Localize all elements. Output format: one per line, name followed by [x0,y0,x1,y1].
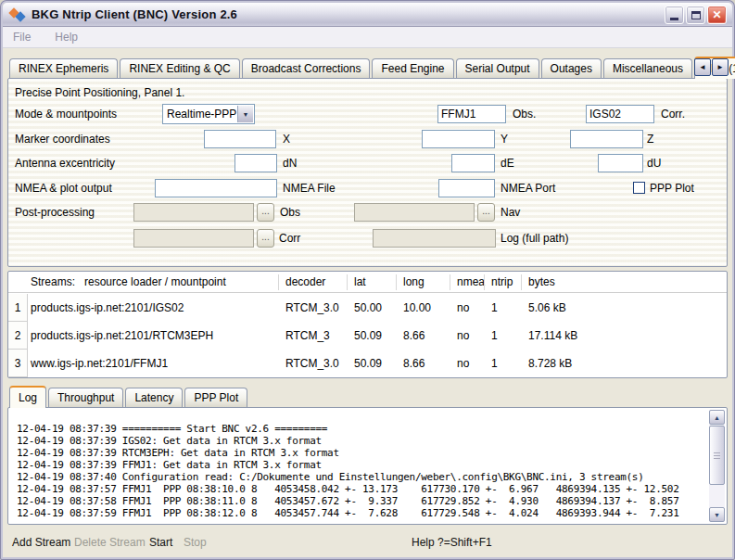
scroll-down-button[interactable]: ▼ [709,507,725,522]
help-button[interactable]: Help ?=Shift+F1 [412,533,492,552]
cell-mountpoint: www.igs-ip.net:2101/FFMJ1 [31,350,168,377]
antenna-excentricity-label: Antenna excentricity [15,154,115,172]
cell-long: 8.66 [403,322,425,350]
antenna-de-input[interactable] [451,154,495,172]
post-log-label: Log (full path) [501,229,568,248]
cell-bytes: 8.728 kB [528,350,572,377]
header-streams-mountpoint: Streams: resource loader / mountpoint [31,272,226,293]
marker-z-label: Z [647,130,653,148]
scroll-down-icon: ▼ [714,512,720,518]
marker-y-input[interactable] [422,130,495,148]
nmea-port-input[interactable] [438,179,495,197]
mode-dropdown-value: Realtime-PPP [167,108,236,121]
cell-ntrip: 1 [491,294,498,322]
table-row[interactable]: 3 www.igs-ip.net:2101/FFMJ1 RTCM_3.0 50.… [8,350,727,377]
table-row[interactable]: 1 products.igs-ip.net:2101/IGS02 RTCM_3.… [8,294,727,322]
menu-help[interactable]: Help [55,31,78,44]
streams-table: Streams: resource loader / mountpoint de… [7,271,728,378]
nmea-file-input[interactable] [155,179,277,197]
marker-x-input[interactable] [204,130,276,148]
cell-long: 10.00 [403,294,431,322]
add-stream-button[interactable]: Add Stream [12,533,70,552]
streams-table-header: Streams: resource loader / mountpoint de… [8,272,727,293]
marker-z-input[interactable] [570,130,643,148]
panel-heading: Precise Point Positioning, Panel 1. [15,83,184,102]
table-row[interactable]: 2 products.igs-ip.net:2101/RTCM3EPH RTCM… [8,322,727,350]
mode-dropdown[interactable]: Realtime-PPP ▼ [162,104,255,124]
log-line: 12-04-19 08:37:39 FFMJ1: Get data in RTC… [17,459,708,471]
post-obs-input [133,203,254,222]
cell-nmea: no [457,322,469,350]
log-line: 12-04-19 08:37:57 FFMJ1 PPP 08:38:10.0 8… [17,483,708,495]
cell-long: 8.66 [403,350,425,377]
cell-lat: 50.09 [354,350,382,377]
log-line: 12-04-19 08:37:59 FFMJ1 PPP 08:38:12.0 8… [17,507,708,519]
post-nav-input [354,203,475,222]
tab-rinex-editing-qc[interactable]: RINEX Editing & QC [120,58,239,78]
scroll-up-button[interactable]: ▲ [709,410,725,425]
post-nav-browse-button[interactable]: ... [477,203,495,222]
cell-bytes: 5.06 kB [528,294,566,322]
marker-coordinates-label: Marker coordinates [15,130,110,148]
log-line: 12-04-19 08:37:40 Configuration read: C:… [17,471,708,483]
log-scrollbar[interactable]: ▲ ▼ [709,410,725,522]
header-decoder: decoder [285,272,325,293]
tab-serial-output[interactable]: Serial Output [456,58,539,78]
tab-outages[interactable]: Outages [541,58,602,78]
header-long: long [403,272,425,293]
obs-label: Obs. [513,105,536,123]
maximize-button[interactable] [686,6,705,24]
close-button[interactable]: ✕ [707,6,727,24]
log-line: 12-04-19 08:37:58 FFMJ1 PPP 08:38:11.0 8… [17,495,708,507]
tab-scroll-left-button[interactable]: ◄ [694,58,711,76]
antenna-de-label: dE [501,154,514,172]
header-bytes: bytes [528,272,555,293]
row-number: 2 [8,322,28,350]
tab-log[interactable]: Log [9,386,46,408]
start-button[interactable]: Start [149,533,172,552]
log-line: 12-04-19 08:37:39 RTCM3EPH: Get data in … [17,447,708,459]
antenna-du-input[interactable] [598,154,643,172]
post-corr-browse-button[interactable]: ... [257,229,274,248]
post-obs-label: Obs [280,203,300,222]
ppp-panel: Precise Point Positioning, Panel 1. Mode… [7,78,728,267]
tab-scroll-right-button[interactable]: ► [712,58,729,76]
tab-feed-engine[interactable]: Feed Engine [372,58,453,78]
post-processing-label: Post-processing [15,203,95,222]
log-output[interactable]: 12-04-19 08:37:39 ========== Start BNC v… [9,409,708,523]
tab-latency[interactable]: Latency [125,388,183,407]
maximize-icon [691,11,701,19]
scroll-up-icon: ▲ [714,414,720,421]
tab-ppp-plot[interactable]: PPP Plot [184,388,247,407]
cell-decoder: RTCM_3.0 [285,294,339,322]
title-bar[interactable]: BKG Ntrip Client (BNC) Version 2.6 ✕ [3,3,732,27]
post-obs-browse-button[interactable]: ... [257,203,274,222]
obs-mountpoint-input[interactable] [437,105,506,123]
header-ntrip: ntrip [491,272,513,293]
minimize-button[interactable] [665,6,684,24]
tab-miscellaneous[interactable]: Miscellaneous [603,58,692,78]
cell-ntrip: 1 [491,322,498,350]
tab-broadcast-corrections[interactable]: Broadcast Corrections [242,58,371,78]
ppp-plot-checkbox[interactable] [633,182,645,194]
post-nav-label: Nav [501,203,520,222]
row-number: 3 [8,350,28,377]
chevron-down-icon[interactable]: ▼ [237,106,253,122]
antenna-dn-input[interactable] [234,154,277,172]
post-corr-input [133,229,254,248]
window-controls: ✕ [665,6,727,24]
stop-button: Stop [184,533,207,552]
cell-decoder: RTCM_3 [285,322,330,350]
header-nmea: nmea [457,272,485,293]
corr-mountpoint-input[interactable] [586,105,654,123]
scrollbar-thumb[interactable] [709,426,725,485]
header-lat: lat [354,272,366,293]
tab-rinex-ephemeris[interactable]: RINEX Ephemeris [9,58,118,78]
menu-file[interactable]: File [13,31,31,44]
corr-label: Corr. [661,105,685,123]
delete-stream-button: Delete Stream [74,533,146,552]
panel-tab-bar: RINEX Ephemeris RINEX Editing & QC Broad… [9,56,735,78]
minimize-icon [670,18,678,20]
nmea-port-label: NMEA Port [501,179,555,197]
tab-throughput[interactable]: Throughput [48,388,123,407]
